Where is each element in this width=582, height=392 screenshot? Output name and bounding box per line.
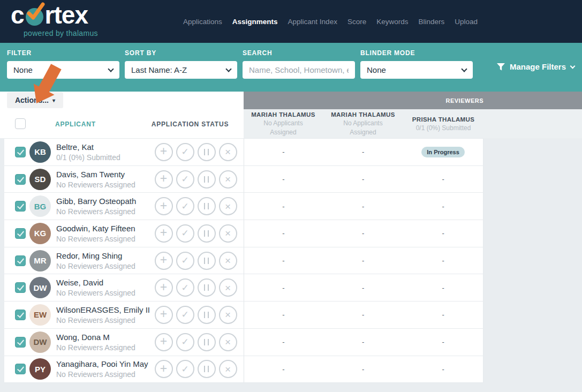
applicant-name[interactable]: Wong, Dona M [56, 333, 135, 342]
row-checkbox[interactable] [15, 147, 26, 157]
manage-filters-button[interactable]: Manage Filters [497, 62, 575, 71]
reviewer-cell: In Progress [403, 139, 483, 165]
applicant-name[interactable]: Weise, David [56, 278, 135, 287]
row-checkbox[interactable] [15, 310, 26, 320]
table-row: KG Goodwin, Katy Fifteen No Reviewers As… [4, 220, 483, 247]
reviewer-stats: No Applicants Assigned [251, 119, 315, 137]
pause-icon [204, 203, 209, 209]
applicant-table: KB Beltre, Kat 0/1 (0%) Submitted + ✓ × … [4, 138, 483, 383]
search-label: SEARCH [243, 49, 355, 57]
applicant-name[interactable]: Goodwin, Katy Fifteen [56, 224, 135, 233]
applicant-status-text: No Reviewers Assigned [56, 289, 135, 297]
logo-text-left: c [11, 3, 24, 27]
row-checkbox[interactable] [15, 364, 26, 374]
close-circle-button[interactable]: × [219, 252, 237, 270]
nav-item-applications[interactable]: Applications [183, 18, 222, 26]
pause-circle-button[interactable] [198, 170, 216, 189]
applicant-name[interactable]: Redor, Ming Shing [56, 251, 135, 260]
nav-item-assignments[interactable]: Assignments [232, 18, 278, 26]
plus-circle-button[interactable]: + [155, 143, 173, 161]
cortex-logo[interactable]: c rtex powered by thalamus [11, 3, 98, 37]
reviewer-cell: - [403, 166, 483, 193]
close-circle-button[interactable]: × [219, 224, 237, 243]
reviewer-name: PRISHA THALAMUS [412, 115, 475, 124]
filter-dropdown[interactable]: None [7, 61, 119, 79]
close-icon: × [225, 147, 231, 157]
close-circle-button[interactable]: × [219, 197, 237, 215]
check-circle-button[interactable]: ✓ [176, 197, 194, 215]
pause-circle-button[interactable] [198, 306, 216, 324]
blinder-mode-dropdown[interactable]: None [360, 61, 473, 79]
blinder-mode-label: BLINDER MODE [360, 49, 473, 57]
applicant-cell: PY Yanagihara, Pooi Yin May No Reviewers… [4, 356, 244, 383]
plus-circle-button[interactable]: + [155, 333, 173, 351]
plus-circle-button[interactable]: + [155, 360, 173, 378]
chevron-down-icon [570, 63, 576, 69]
close-circle-button[interactable]: × [219, 360, 237, 378]
applicant-name[interactable]: Beltre, Kat [56, 142, 120, 152]
pause-circle-button[interactable] [198, 197, 216, 215]
row-checkbox[interactable] [15, 174, 26, 185]
nav-item-blinders[interactable]: Blinders [418, 18, 444, 26]
pause-circle-button[interactable] [198, 224, 216, 243]
plus-circle-button[interactable]: + [155, 306, 173, 324]
pause-circle-button[interactable] [198, 143, 216, 161]
avatar: MR [29, 250, 51, 272]
close-circle-button[interactable]: × [219, 170, 237, 189]
select-all-checkbox[interactable] [15, 118, 26, 129]
applicant-column-header: APPLICANT [55, 120, 96, 128]
nav-item-upload[interactable]: Upload [455, 18, 478, 26]
plus-circle-button[interactable]: + [155, 170, 173, 189]
check-circle-button[interactable]: ✓ [176, 170, 194, 189]
check-circle-button[interactable]: ✓ [176, 252, 194, 270]
check-circle-button[interactable]: ✓ [176, 333, 194, 351]
plus-circle-button[interactable]: + [155, 224, 173, 243]
sort-dropdown[interactable]: Last Name: A-Z [125, 61, 237, 79]
check-circle-button[interactable]: ✓ [176, 360, 194, 378]
check-circle-button[interactable]: ✓ [176, 278, 194, 297]
close-icon: × [225, 255, 231, 266]
applicant-name[interactable]: Davis, Sam Twenty [56, 170, 135, 179]
pause-circle-button[interactable] [198, 252, 216, 270]
sort-dropdown-value: Last Name: A-Z [131, 65, 187, 74]
reviewer-cell: - [323, 166, 403, 193]
pause-icon [204, 230, 209, 237]
row-checkbox[interactable] [15, 282, 26, 293]
row-checkbox[interactable] [15, 201, 26, 212]
plus-circle-button[interactable]: + [155, 197, 173, 215]
applicant-name[interactable]: Yanagihara, Pooi Yin May [56, 359, 148, 368]
pause-circle-button[interactable] [198, 278, 216, 297]
applicant-info: Beltre, Kat 0/1 (0%) Submitted [56, 142, 120, 162]
check-circle-button[interactable]: ✓ [176, 143, 194, 161]
row-checkbox[interactable] [15, 255, 26, 266]
close-circle-button[interactable]: × [219, 143, 237, 161]
pause-circle-button[interactable] [198, 333, 216, 351]
logo-wordmark: c rtex [11, 3, 98, 27]
applicant-status-text: No Reviewers Assigned [56, 180, 135, 189]
close-circle-button[interactable]: × [219, 333, 237, 351]
close-circle-button[interactable]: × [219, 278, 237, 297]
reviewer-name: MARIAH THALAMUS [251, 110, 315, 119]
check-circle-button[interactable]: ✓ [176, 306, 194, 324]
search-input[interactable] [249, 65, 349, 74]
pause-circle-button[interactable] [198, 360, 216, 378]
status-actions: + ✓ × [155, 224, 244, 243]
row-checkbox[interactable] [15, 228, 26, 239]
top-navbar: c rtex powered by thalamus Applications … [0, 0, 582, 43]
applicant-status-text: No Reviewers Assigned [56, 207, 136, 216]
plus-circle-button[interactable]: + [155, 252, 173, 270]
plus-circle-button[interactable]: + [155, 278, 173, 297]
actions-button-label: Actions... [15, 96, 49, 104]
nav-item-applicant-index[interactable]: Applicant Index [288, 18, 337, 26]
applicant-name[interactable]: Gibb, Barry Osteopath [56, 197, 136, 206]
check-circle-button[interactable]: ✓ [176, 224, 194, 243]
close-circle-button[interactable]: × [219, 306, 237, 324]
actions-button[interactable]: Actions... ▾ [7, 92, 63, 108]
reviewer-cell: - [323, 356, 403, 383]
nav-item-keywords[interactable]: Keywords [376, 18, 408, 26]
row-checkbox[interactable] [15, 337, 26, 348]
applicant-name[interactable]: WilsonERASGES, Emily II [56, 305, 150, 314]
reviewers-bar: REVIEWERS [244, 92, 582, 109]
filter-funnel-icon [497, 63, 505, 71]
nav-item-score[interactable]: Score [347, 18, 366, 26]
